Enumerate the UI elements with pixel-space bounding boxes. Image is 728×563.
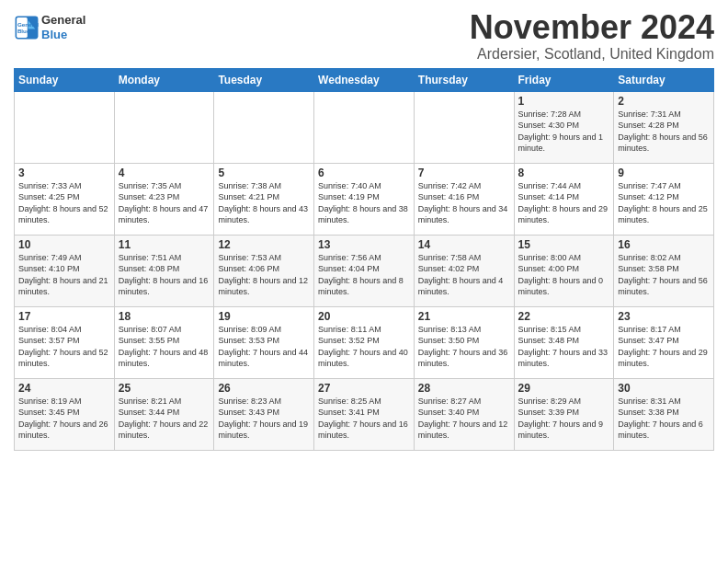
page-container: General Blue General Blue November 2024 … [0, 0, 728, 460]
calendar-cell: 11Sunrise: 7:51 AMSunset: 4:08 PMDayligh… [114, 235, 214, 306]
day-info: Sunrise: 7:49 AMSunset: 4:10 PMDaylight:… [18, 252, 110, 298]
header-section: General Blue General Blue November 2024 … [14, 9, 714, 63]
calendar-cell [15, 91, 115, 163]
day-info: Sunrise: 7:53 AMSunset: 4:06 PMDaylight:… [218, 252, 310, 298]
day-number: 26 [218, 382, 310, 395]
day-number: 28 [418, 382, 510, 395]
day-info: Sunrise: 7:28 AMSunset: 4:30 PMDaylight:… [518, 109, 610, 155]
day-info: Sunrise: 8:27 AMSunset: 3:40 PMDaylight:… [418, 396, 510, 442]
day-info: Sunrise: 8:00 AMSunset: 4:00 PMDaylight:… [518, 252, 610, 298]
calendar-cell: 28Sunrise: 8:27 AMSunset: 3:40 PMDayligh… [414, 378, 514, 450]
day-info: Sunrise: 8:29 AMSunset: 3:39 PMDaylight:… [518, 396, 610, 442]
header-sunday: Sunday [15, 68, 115, 91]
calendar-week-5: 24Sunrise: 8:19 AMSunset: 3:45 PMDayligh… [15, 378, 714, 450]
day-info: Sunrise: 7:42 AMSunset: 4:16 PMDaylight:… [418, 180, 510, 226]
calendar-header: Sunday Monday Tuesday Wednesday Thursday… [15, 68, 714, 91]
day-info: Sunrise: 8:21 AMSunset: 3:44 PMDaylight:… [119, 396, 210, 442]
header-monday: Monday [114, 68, 214, 91]
day-number: 20 [318, 310, 410, 323]
calendar-cell: 2Sunrise: 7:31 AMSunset: 4:28 PMDaylight… [614, 91, 714, 163]
calendar-cell: 30Sunrise: 8:31 AMSunset: 3:38 PMDayligh… [614, 378, 714, 450]
calendar-cell: 8Sunrise: 7:44 AMSunset: 4:14 PMDaylight… [514, 163, 614, 235]
day-number: 15 [518, 238, 610, 251]
calendar-cell: 16Sunrise: 8:02 AMSunset: 3:58 PMDayligh… [614, 235, 714, 306]
calendar-cell: 4Sunrise: 7:35 AMSunset: 4:23 PMDaylight… [114, 163, 214, 235]
calendar-week-3: 10Sunrise: 7:49 AMSunset: 4:10 PMDayligh… [15, 235, 714, 306]
calendar-cell [214, 91, 314, 163]
header-saturday: Saturday [614, 68, 714, 91]
day-number: 24 [18, 382, 110, 395]
day-number: 18 [119, 310, 210, 323]
day-info: Sunrise: 8:15 AMSunset: 3:48 PMDaylight:… [518, 324, 610, 370]
day-number: 17 [18, 310, 110, 323]
calendar-cell: 18Sunrise: 8:07 AMSunset: 3:55 PMDayligh… [114, 306, 214, 378]
logo-icon: General Blue [14, 15, 40, 40]
day-info: Sunrise: 8:17 AMSunset: 3:47 PMDaylight:… [618, 324, 710, 370]
day-number: 10 [18, 238, 110, 251]
header-thursday: Thursday [414, 68, 514, 91]
calendar-cell [314, 91, 415, 163]
location-title: Ardersier, Scotland, United Kingdom [470, 46, 714, 63]
calendar-cell: 12Sunrise: 7:53 AMSunset: 4:06 PMDayligh… [214, 235, 314, 306]
calendar-cell: 9Sunrise: 7:47 AMSunset: 4:12 PMDaylight… [614, 163, 714, 235]
calendar-cell: 27Sunrise: 8:25 AMSunset: 3:41 PMDayligh… [314, 378, 415, 450]
day-number: 23 [618, 310, 710, 323]
day-number: 21 [418, 310, 510, 323]
calendar-cell: 5Sunrise: 7:38 AMSunset: 4:21 PMDaylight… [214, 163, 314, 235]
day-info: Sunrise: 8:13 AMSunset: 3:50 PMDaylight:… [418, 324, 510, 370]
calendar-cell: 29Sunrise: 8:29 AMSunset: 3:39 PMDayligh… [514, 378, 614, 450]
day-info: Sunrise: 7:44 AMSunset: 4:14 PMDaylight:… [518, 180, 610, 226]
svg-text:Blue: Blue [17, 28, 30, 34]
day-info: Sunrise: 8:23 AMSunset: 3:43 PMDaylight:… [218, 396, 310, 442]
day-number: 13 [318, 238, 410, 251]
calendar-cell: 1Sunrise: 7:28 AMSunset: 4:30 PMDaylight… [514, 91, 614, 163]
calendar-cell: 15Sunrise: 8:00 AMSunset: 4:00 PMDayligh… [514, 235, 614, 306]
calendar-cell: 17Sunrise: 8:04 AMSunset: 3:57 PMDayligh… [15, 306, 115, 378]
day-info: Sunrise: 8:02 AMSunset: 3:58 PMDaylight:… [618, 252, 710, 298]
calendar-cell: 24Sunrise: 8:19 AMSunset: 3:45 PMDayligh… [15, 378, 115, 450]
day-info: Sunrise: 8:11 AMSunset: 3:52 PMDaylight:… [318, 324, 410, 370]
day-number: 2 [618, 95, 710, 108]
calendar-week-1: 1Sunrise: 7:28 AMSunset: 4:30 PMDaylight… [15, 91, 714, 163]
day-number: 6 [318, 167, 410, 179]
day-info: Sunrise: 7:38 AMSunset: 4:21 PMDaylight:… [218, 180, 310, 226]
logo: General Blue General Blue [14, 13, 85, 41]
calendar-cell: 6Sunrise: 7:40 AMSunset: 4:19 PMDaylight… [314, 163, 415, 235]
calendar-cell: 20Sunrise: 8:11 AMSunset: 3:52 PMDayligh… [314, 306, 415, 378]
day-info: Sunrise: 7:58 AMSunset: 4:02 PMDaylight:… [418, 252, 510, 298]
calendar-cell: 23Sunrise: 8:17 AMSunset: 3:47 PMDayligh… [614, 306, 714, 378]
calendar-cell: 3Sunrise: 7:33 AMSunset: 4:25 PMDaylight… [15, 163, 115, 235]
calendar-cell: 25Sunrise: 8:21 AMSunset: 3:44 PMDayligh… [114, 378, 214, 450]
calendar-cell: 13Sunrise: 7:56 AMSunset: 4:04 PMDayligh… [314, 235, 415, 306]
day-number: 9 [618, 167, 710, 179]
day-number: 27 [318, 382, 410, 395]
day-number: 30 [618, 382, 710, 395]
calendar-cell: 7Sunrise: 7:42 AMSunset: 4:16 PMDaylight… [414, 163, 514, 235]
day-info: Sunrise: 7:56 AMSunset: 4:04 PMDaylight:… [318, 252, 410, 298]
calendar-cell [414, 91, 514, 163]
day-number: 25 [119, 382, 210, 395]
day-info: Sunrise: 8:07 AMSunset: 3:55 PMDaylight:… [119, 324, 210, 370]
calendar-table: Sunday Monday Tuesday Wednesday Thursday… [14, 68, 714, 451]
logo-text: General Blue [41, 13, 85, 41]
day-info: Sunrise: 7:31 AMSunset: 4:28 PMDaylight:… [618, 109, 710, 155]
day-info: Sunrise: 8:25 AMSunset: 3:41 PMDaylight:… [318, 396, 410, 442]
calendar-cell: 26Sunrise: 8:23 AMSunset: 3:43 PMDayligh… [214, 378, 314, 450]
calendar-cell: 21Sunrise: 8:13 AMSunset: 3:50 PMDayligh… [414, 306, 514, 378]
calendar-cell: 19Sunrise: 8:09 AMSunset: 3:53 PMDayligh… [214, 306, 314, 378]
day-info: Sunrise: 8:31 AMSunset: 3:38 PMDaylight:… [618, 396, 710, 442]
day-number: 4 [119, 167, 210, 179]
calendar-cell: 14Sunrise: 7:58 AMSunset: 4:02 PMDayligh… [414, 235, 514, 306]
day-number: 19 [218, 310, 310, 323]
day-info: Sunrise: 7:35 AMSunset: 4:23 PMDaylight:… [119, 180, 210, 226]
header-tuesday: Tuesday [214, 68, 314, 91]
calendar-body: 1Sunrise: 7:28 AMSunset: 4:30 PMDaylight… [15, 91, 714, 450]
day-info: Sunrise: 8:09 AMSunset: 3:53 PMDaylight:… [218, 324, 310, 370]
day-number: 3 [18, 167, 110, 179]
day-number: 14 [418, 238, 510, 251]
day-number: 22 [518, 310, 610, 323]
day-number: 8 [518, 167, 610, 179]
day-info: Sunrise: 7:51 AMSunset: 4:08 PMDaylight:… [119, 252, 210, 298]
day-number: 12 [218, 238, 310, 251]
day-number: 29 [518, 382, 610, 395]
